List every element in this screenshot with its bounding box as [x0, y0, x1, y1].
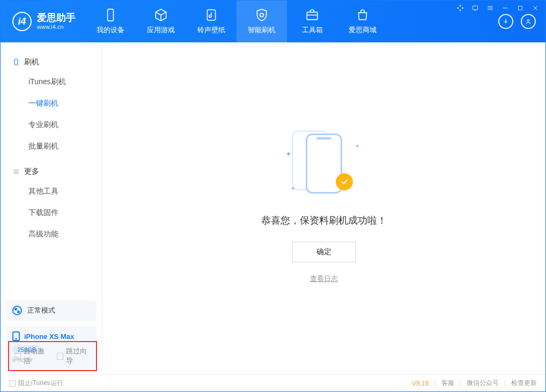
feedback-icon[interactable]: [470, 4, 480, 12]
sparkle-icon: ✦: [355, 143, 359, 149]
phone-icon: [104, 8, 117, 22]
device-name: iPhone XS Max: [24, 332, 74, 341]
svg-rect-5: [519, 6, 522, 10]
svg-rect-6: [14, 60, 18, 65]
sidebar-item-batch-flash[interactable]: 批量刷机: [1, 136, 102, 157]
theme-icon[interactable]: [455, 4, 465, 12]
download-button[interactable]: [498, 14, 513, 29]
user-button[interactable]: [521, 14, 536, 29]
sparkle-icon: ✦: [291, 186, 295, 191]
checkmark-badge-icon: [336, 173, 353, 190]
cube-icon: [154, 8, 168, 22]
sidebar-item-advanced[interactable]: 高级功能: [1, 224, 102, 245]
window-controls: [455, 4, 540, 12]
tab-ringtones[interactable]: 铃声壁纸: [186, 1, 237, 42]
version-label: V8.16: [412, 380, 429, 387]
menu-icon[interactable]: [485, 4, 495, 12]
tab-flash[interactable]: 智能刷机: [237, 1, 287, 42]
svg-rect-0: [108, 9, 114, 21]
device-mode[interactable]: 正常模式: [6, 300, 97, 321]
sidebar-item-oneclick-flash[interactable]: 一键刷机: [1, 93, 102, 114]
footer: 阻止iTunes运行 V8.16 | 客服 | 微信公众号 | 检查更新: [1, 374, 545, 391]
success-illustration: ✦ ✦ ✦: [286, 134, 361, 198]
main-tabs: 我的设备 应用游戏 铃声壁纸 智能刷机 工具箱 爱思商城: [85, 1, 388, 42]
briefcase-icon: [305, 8, 319, 22]
tab-store[interactable]: 爱思商城: [337, 1, 388, 42]
flash-options-highlight: 自动激活 跳过向导: [8, 341, 97, 371]
view-log-link[interactable]: 查看日志: [310, 274, 338, 284]
logo-icon: i4: [12, 12, 32, 31]
header: i4 爱思助手 www.i4.cn 我的设备 应用游戏 铃声壁纸 智能刷机 工具…: [1, 1, 545, 42]
skip-guide-checkbox[interactable]: 跳过向导: [57, 346, 91, 366]
tab-toolbox[interactable]: 工具箱: [287, 1, 337, 42]
music-file-icon: [204, 8, 218, 22]
sidebar: 刷机 iTunes刷机 一键刷机 专业刷机 批量刷机 更多 其他工具 下载固件 …: [1, 42, 102, 374]
success-message: 恭喜您，保资料刷机成功啦！: [261, 214, 387, 227]
shield-refresh-icon: [255, 8, 269, 22]
sidebar-item-pro-flash[interactable]: 专业刷机: [1, 114, 102, 136]
sidebar-section-flash: 刷机: [1, 53, 102, 71]
sidebar-item-firmware[interactable]: 下载固件: [1, 202, 102, 224]
ok-button[interactable]: 确定: [292, 242, 356, 262]
svg-point-3: [527, 20, 529, 22]
close-icon[interactable]: [530, 4, 540, 12]
tab-device[interactable]: 我的设备: [85, 1, 136, 42]
wechat-link[interactable]: 微信公众号: [467, 379, 499, 388]
sidebar-item-other-tools[interactable]: 其他工具: [1, 181, 102, 202]
sparkle-icon: ✦: [285, 150, 292, 158]
device-phone-icon: [12, 331, 20, 341]
app-title: 爱思助手: [37, 12, 76, 24]
block-itunes-checkbox[interactable]: 阻止iTunes运行: [9, 379, 63, 388]
svg-rect-2: [307, 12, 318, 20]
sidebar-section-more: 更多: [1, 162, 102, 181]
minimize-icon[interactable]: [500, 4, 510, 12]
svg-rect-4: [473, 6, 477, 10]
mode-icon: [12, 306, 22, 315]
sidebar-item-itunes-flash[interactable]: iTunes刷机: [1, 71, 102, 93]
maximize-icon[interactable]: [515, 4, 525, 12]
app-logo: i4 爱思助手 www.i4.cn: [1, 12, 85, 31]
app-subtitle: www.i4.cn: [37, 24, 76, 31]
tab-apps[interactable]: 应用游戏: [136, 1, 186, 42]
shopping-bag-icon: [356, 8, 370, 22]
check-update-link[interactable]: 检查更新: [511, 379, 537, 388]
main-content: ✦ ✦ ✦ 恭喜您，保资料刷机成功啦！ 确定 查看日志: [102, 42, 545, 374]
auto-activate-checkbox[interactable]: 自动激活: [14, 346, 48, 366]
customer-service-link[interactable]: 客服: [441, 379, 454, 388]
